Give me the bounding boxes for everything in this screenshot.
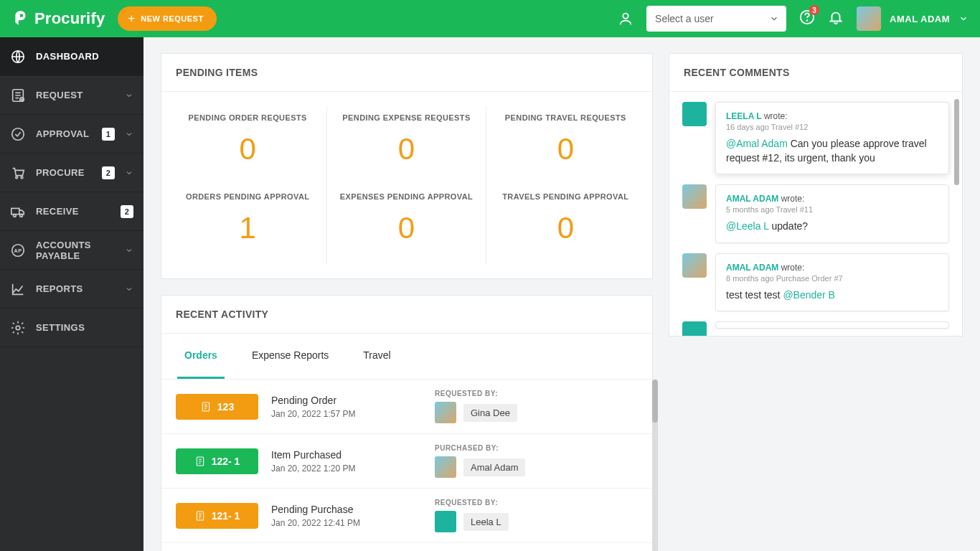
- tab-travel[interactable]: Travel: [356, 334, 397, 379]
- logo-icon: [11, 9, 30, 28]
- comment-text: @Leela L update?: [726, 220, 938, 234]
- comments-scrollbar[interactable]: [954, 99, 959, 329]
- chevron-down-icon: [125, 130, 133, 138]
- user-menu[interactable]: AMAL ADAM: [857, 6, 969, 31]
- chip-id: 121- 1: [212, 510, 240, 522]
- chevron-down-icon: [958, 14, 969, 24]
- pending-label: TRAVELS PENDING APPROVAL: [492, 192, 639, 201]
- tab-orders[interactable]: Orders: [177, 334, 225, 379]
- pending-title: PENDING ITEMS: [161, 54, 652, 92]
- comment-row[interactable]: [682, 321, 949, 336]
- activity-title: RECENT ACTIVITY: [161, 296, 652, 334]
- sidebar-item-accounts-payable[interactable]: AP ACCOUNTS PAYABLE: [0, 231, 143, 270]
- comment-bubble: LEELA L wrote: 16 days ago Travel #12 @A…: [715, 102, 949, 174]
- chevron-down-icon: [125, 169, 133, 177]
- activity-by-label: PURCHASED BY:: [435, 444, 638, 452]
- sidebar-item-procure[interactable]: PROCURE 2: [0, 154, 143, 192]
- activity-chip: 121- 1: [176, 503, 258, 529]
- help-button[interactable]: 3: [799, 9, 815, 28]
- new-request-button[interactable]: + NEW REQUEST: [118, 6, 216, 31]
- sidebar-item-request[interactable]: REQUEST: [0, 76, 143, 115]
- pending-cell[interactable]: EXPENSES PENDING APPROVAL 0: [327, 185, 486, 264]
- avatar: [435, 456, 456, 478]
- pending-cell[interactable]: PENDING EXPENSE REQUESTS 0: [327, 106, 486, 185]
- pending-cell[interactable]: PENDING ORDER REQUESTS 0: [169, 106, 327, 185]
- activity-row-title: Item Purchased: [271, 449, 422, 461]
- sidebar-label: REPORTS: [36, 283, 115, 294]
- chart-icon: [10, 281, 26, 297]
- chip-id: 122- 1: [212, 456, 240, 467]
- svg-point-11: [20, 214, 23, 217]
- chevron-down-icon: [125, 91, 133, 100]
- user-select[interactable]: Select a user: [646, 6, 786, 32]
- svg-text:AP: AP: [14, 247, 22, 253]
- sidebar-badge: 2: [121, 205, 133, 218]
- pending-value: 0: [492, 132, 639, 166]
- pending-cell[interactable]: PENDING TRAVEL REQUESTS 0: [486, 106, 645, 185]
- comment-author: AMAL ADAM: [726, 194, 778, 204]
- sidebar-item-reports[interactable]: REPORTS: [0, 270, 143, 309]
- activity-row[interactable]: 123 Pending Order Jan 20, 2022 1:57 PM R…: [161, 380, 652, 434]
- avatar: [682, 102, 707, 126]
- check-icon: [10, 126, 26, 142]
- logo[interactable]: Procurify: [11, 9, 105, 28]
- chevron-down-icon: [125, 285, 133, 293]
- avatar: [857, 6, 881, 31]
- comment-meta: 16 days ago Travel #12: [726, 123, 938, 131]
- mention[interactable]: @Amal Adam: [726, 138, 788, 149]
- activity-scrollbar[interactable]: [652, 380, 658, 551]
- sidebar-item-dashboard[interactable]: DASHBOARD: [0, 37, 143, 76]
- main: PENDING ITEMS PENDING ORDER REQUESTS 0PE…: [143, 37, 980, 551]
- activity-row[interactable]: 122- 1 Item Purchased Jan 20, 2022 1:20 …: [161, 434, 652, 489]
- activity-chip: 123: [176, 394, 258, 420]
- comment-row[interactable]: LEELA L wrote: 16 days ago Travel #12 @A…: [682, 102, 949, 174]
- pending-cell[interactable]: ORDERS PENDING APPROVAL 1: [169, 185, 327, 264]
- pending-panel: PENDING ITEMS PENDING ORDER REQUESTS 0PE…: [161, 53, 653, 279]
- sidebar-label: APPROVAL: [36, 128, 92, 139]
- sidebar-label: PROCURE: [36, 167, 92, 178]
- avatar: [682, 253, 707, 278]
- activity-chip: 122- 1: [176, 448, 258, 474]
- comment-row[interactable]: AMAL ADAM wrote: 8 months ago Purchase O…: [682, 253, 949, 312]
- comment-author: AMAL ADAM: [726, 263, 778, 273]
- truck-icon: [10, 204, 26, 220]
- activity-row[interactable]: RECEIVED BY:: [161, 543, 652, 551]
- comment-text: @Amal Adam Can you please approve travel…: [726, 137, 938, 165]
- activity-row-title: Pending Purchase: [271, 504, 422, 515]
- activity-row-date: Jan 20, 2022 12:41 PM: [271, 518, 422, 528]
- pending-value: 0: [333, 211, 479, 245]
- ap-icon: AP: [10, 242, 26, 258]
- pending-cell[interactable]: TRAVELS PENDING APPROVAL 0: [486, 185, 645, 264]
- activity-by-label: REQUESTED BY:: [435, 390, 638, 397]
- sidebar-item-receive[interactable]: RECEIVE 2: [0, 192, 143, 231]
- pending-label: EXPENSES PENDING APPROVAL: [333, 192, 479, 201]
- sidebar-badge: 1: [102, 128, 115, 141]
- mention[interactable]: @Leela L: [726, 220, 769, 232]
- activity-row[interactable]: 121- 1 Pending Purchase Jan 20, 2022 12:…: [161, 489, 652, 543]
- avatar: [435, 511, 456, 532]
- user-icon[interactable]: [618, 11, 633, 27]
- svg-point-10: [14, 214, 17, 217]
- comment-bubble: AMAL ADAM wrote: 5 months ago Travel #11…: [715, 184, 949, 243]
- comment-author: LEELA L: [726, 111, 762, 121]
- sidebar-label: DASHBOARD: [36, 51, 133, 62]
- person-name: Gina Dee: [463, 404, 517, 422]
- sidebar-label: ACCOUNTS PAYABLE: [36, 240, 115, 261]
- user-select-field[interactable]: Select a user: [646, 6, 786, 32]
- svg-point-8: [21, 176, 23, 179]
- sidebar-item-settings[interactable]: SETTINGS: [0, 309, 143, 347]
- comment-row[interactable]: AMAL ADAM wrote: 5 months ago Travel #11…: [682, 184, 949, 243]
- mention[interactable]: @Bender B: [783, 289, 835, 301]
- document-icon: [200, 401, 212, 413]
- tab-expense-reports[interactable]: Expense Reports: [245, 334, 336, 379]
- svg-point-7: [16, 176, 18, 179]
- chevron-down-icon: [125, 246, 133, 255]
- sidebar-item-approval[interactable]: APPROVAL 1: [0, 115, 143, 154]
- svg-point-0: [623, 14, 628, 19]
- bell-icon: [828, 9, 844, 25]
- pending-value: 1: [174, 211, 321, 245]
- notifications-button[interactable]: [828, 9, 844, 28]
- comments-panel: RECENT COMMENTS LEELA L wrote: 16 days a…: [669, 53, 963, 336]
- comment-meta: 5 months ago Travel #11: [726, 205, 938, 214]
- activity-row-date: Jan 20, 2022 1:57 PM: [271, 409, 422, 419]
